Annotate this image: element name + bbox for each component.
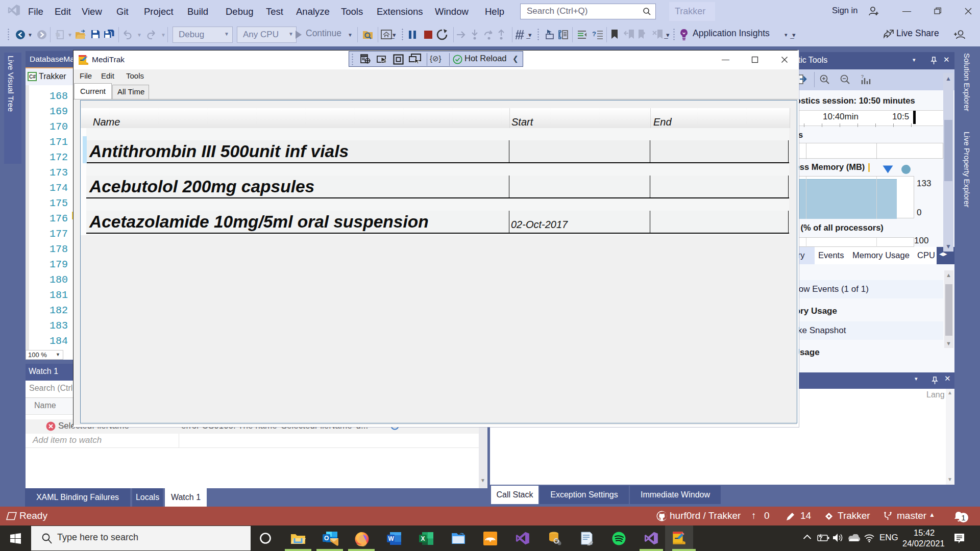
svg-text:O: O bbox=[324, 535, 329, 542]
svg-text:W: W bbox=[388, 535, 395, 542]
svg-text:?: ? bbox=[592, 30, 596, 38]
svg-text:C#: C# bbox=[29, 74, 36, 80]
svg-text:?: ? bbox=[861, 74, 864, 79]
svg-text:X: X bbox=[421, 535, 425, 542]
